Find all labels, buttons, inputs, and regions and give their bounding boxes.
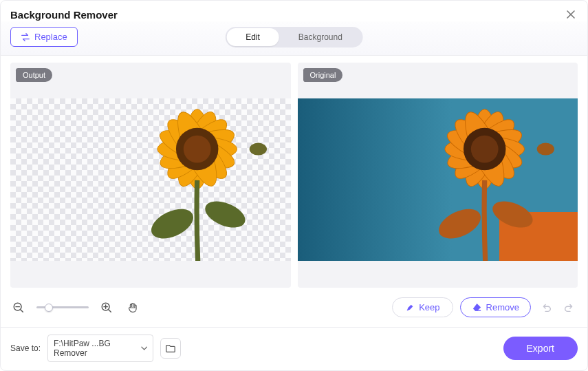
zoom-slider-knob[interactable] <box>45 304 53 312</box>
saveto-label: Save to: <box>10 343 41 353</box>
remove-label: Remove <box>486 302 519 312</box>
replace-label: Replace <box>34 32 67 42</box>
original-panel: Original <box>298 63 578 288</box>
replace-button[interactable]: Replace <box>10 27 78 47</box>
svg-point-9 <box>184 135 211 162</box>
svg-point-12 <box>250 142 267 155</box>
swap-icon <box>21 32 30 42</box>
svg-point-23 <box>434 203 485 244</box>
footer-bar: Save to: F:\HitPaw ...BG Remover Export <box>1 327 587 370</box>
brush-icon <box>405 303 415 312</box>
tab-background[interactable]: Background <box>279 28 362 46</box>
save-path-dropdown[interactable]: F:\HitPaw ...BG Remover <box>47 335 153 362</box>
output-panel: Output <box>10 63 291 288</box>
redo-icon <box>563 301 576 314</box>
keep-button[interactable]: Keep <box>392 297 453 317</box>
original-canvas[interactable] <box>298 98 578 261</box>
undo-button[interactable] <box>538 299 554 316</box>
hand-icon <box>127 301 139 314</box>
redo-button[interactable] <box>561 299 578 316</box>
save-path-value: F:\HitPaw ...BG Remover <box>54 339 141 358</box>
eraser-icon <box>472 302 482 312</box>
svg-point-24 <box>488 196 536 233</box>
zoom-slider[interactable] <box>36 306 89 308</box>
zoom-out-icon <box>12 301 25 314</box>
keep-label: Keep <box>419 302 439 312</box>
close-button[interactable] <box>564 8 578 21</box>
zoom-in-button[interactable] <box>98 299 115 316</box>
export-button[interactable]: Export <box>503 337 578 360</box>
undo-icon <box>540 301 552 314</box>
comparison-panels: Output Original <box>1 56 587 288</box>
remove-button[interactable]: Remove <box>460 297 531 317</box>
page-title: Background Remover <box>10 9 118 21</box>
zoom-in-icon <box>100 301 113 314</box>
sunflower-graphic <box>89 98 290 261</box>
chevron-down-icon <box>141 345 147 352</box>
sunflower-graphic <box>376 98 578 261</box>
folder-icon <box>165 343 176 354</box>
open-folder-button[interactable] <box>160 338 181 359</box>
canvas-controls: Keep Remove <box>1 288 587 327</box>
svg-point-10 <box>146 203 197 244</box>
output-canvas[interactable] <box>10 98 291 261</box>
zoom-out-button[interactable] <box>10 299 27 316</box>
svg-point-25 <box>536 142 554 155</box>
pan-button[interactable] <box>124 299 141 316</box>
original-badge: Original <box>303 68 343 82</box>
mode-segmented-control: Edit Background <box>225 27 363 47</box>
close-icon <box>565 9 576 20</box>
svg-point-11 <box>202 196 249 233</box>
output-badge: Output <box>16 68 52 82</box>
tab-edit[interactable]: Edit <box>226 28 279 46</box>
svg-point-22 <box>470 135 498 162</box>
top-toolbar: Replace Edit Background <box>1 21 587 56</box>
